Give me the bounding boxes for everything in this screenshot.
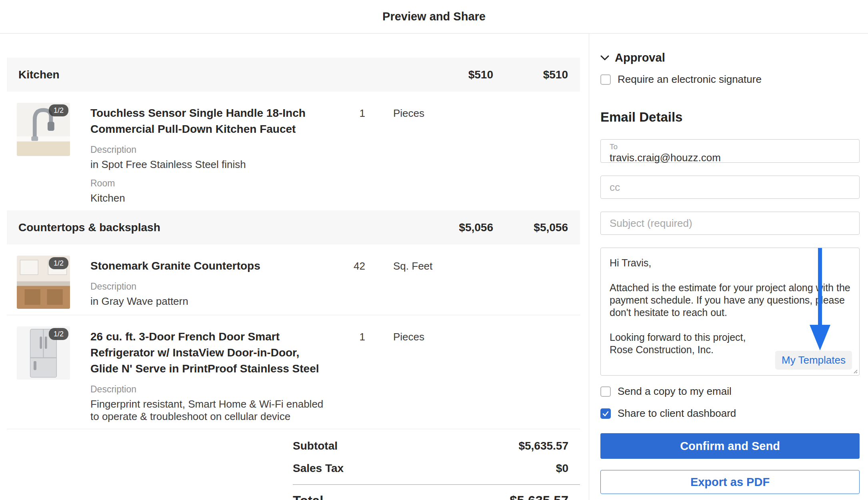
section-price-total: $510: [493, 68, 568, 81]
email-details-heading: Email Details: [600, 110, 860, 125]
room-label: Room: [90, 178, 330, 189]
section-price-client: $510: [445, 68, 493, 81]
total-label: Total: [293, 493, 510, 500]
sales-tax-row: Sales Tax $0: [293, 457, 580, 480]
to-field-label: To: [610, 142, 850, 151]
confirm-and-send-button[interactable]: Confirm and Send: [600, 433, 860, 459]
sales-tax-label: Sales Tax: [293, 462, 556, 475]
to-field[interactable]: To: [600, 139, 860, 163]
total-row: Total $5,635.57: [293, 484, 580, 500]
item-quantity: 1: [330, 103, 365, 204]
item-unit: Sq. Feet: [393, 256, 473, 309]
description-label: Description: [90, 144, 330, 155]
item-title: 26 cu. ft. 3-Door French Door Smart Refr…: [90, 329, 330, 377]
total-value: $5,635.57: [510, 493, 568, 500]
section-header-kitchen: Kitchen $510 $510: [7, 58, 580, 92]
subtotal-row: Subtotal $5,635.57: [293, 435, 580, 457]
check-icon: [602, 410, 609, 417]
share-dashboard-checkbox[interactable]: [600, 408, 611, 419]
cc-field[interactable]: [600, 176, 860, 199]
to-input[interactable]: [610, 151, 850, 164]
signature-checkbox-row[interactable]: Require an electronic signature: [600, 73, 860, 86]
item-description: in Gray Wave pattern: [90, 295, 330, 308]
image-count-badge: 1/2: [49, 104, 68, 116]
signature-checkbox[interactable]: [600, 74, 611, 85]
approval-section-toggle[interactable]: Approval: [600, 51, 860, 64]
share-dashboard-label: Share to client dashboard: [618, 407, 736, 420]
product-thumbnail[interactable]: 1/2: [17, 103, 70, 156]
export-as-pdf-button[interactable]: Export as PDF: [600, 470, 860, 494]
section-name: Countertops & backsplash: [18, 221, 445, 234]
resize-handle-icon[interactable]: [851, 367, 858, 374]
product-thumbnail[interactable]: 1/2: [17, 256, 70, 309]
share-dashboard-checkbox-row[interactable]: Share to client dashboard: [600, 407, 860, 420]
line-item-faucet: 1/2 Touchless Sensor Single Handle 18-In…: [7, 92, 580, 210]
image-count-badge: 1/2: [49, 257, 68, 269]
section-price-total: $5,056: [493, 221, 568, 234]
line-item-countertop: 1/2 Stonemark Granite Countertops Descri…: [7, 244, 580, 315]
product-thumbnail[interactable]: 1/2: [17, 326, 70, 380]
share-panel: Approval Require an electronic signature…: [589, 34, 868, 500]
subject-input[interactable]: [601, 212, 859, 234]
description-label: Description: [90, 384, 330, 395]
page-header: Preview and Share: [0, 0, 868, 34]
approval-title: Approval: [615, 51, 665, 64]
section-header-countertops: Countertops & backsplash $5,056 $5,056: [7, 210, 580, 244]
item-room: Kitchen: [90, 192, 330, 204]
subtotal-label: Subtotal: [293, 440, 518, 452]
item-description: in Spot Free Stainless Steel finish: [90, 158, 330, 171]
item-unit: Pieces: [393, 326, 473, 423]
item-quantity: 1: [330, 326, 365, 423]
item-description: Fingerprint resistant, Smart Home & Wi-F…: [90, 398, 330, 423]
subject-field[interactable]: [600, 212, 860, 235]
image-count-badge: 1/2: [49, 328, 68, 340]
send-copy-label: Send a copy to my email: [618, 385, 732, 398]
item-title: Stonemark Granite Countertops: [90, 258, 330, 274]
section-name: Kitchen: [18, 68, 445, 81]
page-title: Preview and Share: [382, 10, 486, 23]
line-item-refrigerator: 1/2 26 cu. ft. 3-Door French Door Smart …: [7, 315, 580, 429]
estimate-preview: Kitchen $510 $510 1/2: [7, 58, 580, 500]
chevron-down-icon: [600, 55, 609, 61]
cc-input[interactable]: [601, 176, 859, 198]
item-unit: Pieces: [393, 103, 473, 204]
signature-checkbox-label: Require an electronic signature: [618, 73, 762, 86]
description-label: Description: [90, 281, 330, 292]
item-title: Touchless Sensor Single Handle 18-Inch C…: [90, 105, 330, 137]
send-copy-checkbox-row[interactable]: Send a copy to my email: [600, 385, 860, 398]
item-quantity: 42: [330, 256, 365, 309]
subtotal-value: $5,635.57: [518, 440, 568, 452]
section-price-client: $5,056: [445, 221, 493, 234]
message-editor: Hi Travis, Attached is the estimate for …: [600, 248, 860, 376]
send-copy-checkbox[interactable]: [600, 386, 611, 397]
my-templates-button[interactable]: My Templates: [775, 351, 852, 370]
sales-tax-value: $0: [556, 462, 568, 475]
totals-section: Subtotal $5,635.57 Sales Tax $0 Total $5…: [7, 429, 580, 500]
